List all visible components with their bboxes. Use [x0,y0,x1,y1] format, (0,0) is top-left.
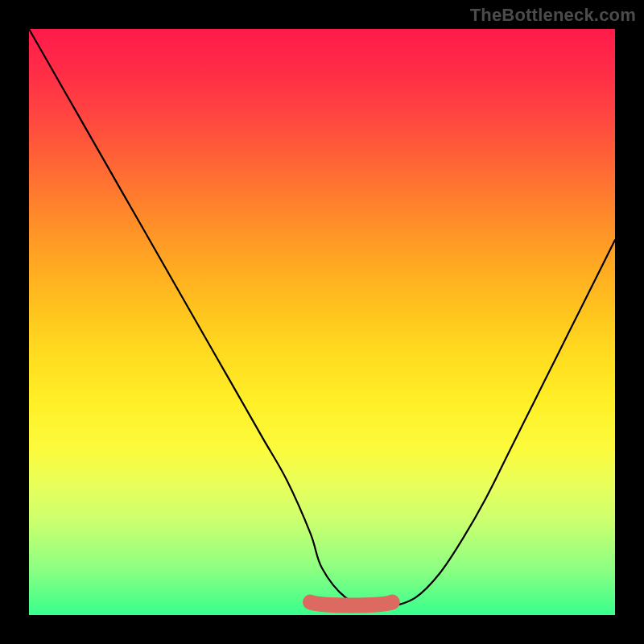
trough-marker [310,602,392,605]
watermark-text: TheBottleneck.com [470,5,636,26]
chart-svg [29,29,615,615]
curve-line [29,29,615,607]
chart-frame: TheBottleneck.com [0,0,644,644]
plot-area [29,29,615,615]
